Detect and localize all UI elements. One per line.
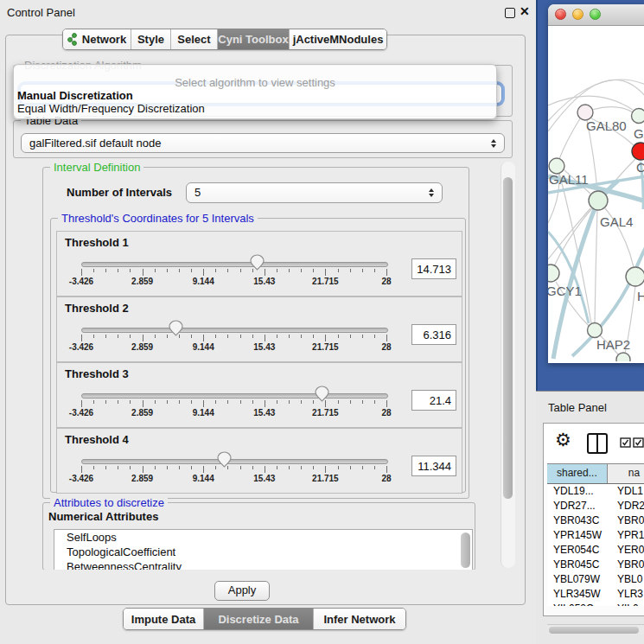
network-edge[interactable] — [592, 107, 633, 112]
threshold-value-field[interactable]: 14.713 — [411, 258, 456, 279]
network-node[interactable] — [616, 353, 630, 361]
table-panel-title: Table Panel — [548, 401, 607, 414]
cell-name[interactable]: YBR0 — [615, 513, 644, 528]
thresholds-group-title: Threshold's Coordinates for 5 Intervals — [58, 212, 258, 225]
zoom-traffic-light-icon[interactable] — [590, 9, 601, 20]
threshold-slider-track[interactable] — [81, 393, 388, 399]
table-toolbar: ⚙ — [544, 424, 644, 462]
threshold-panel: Threshold 2 -3.4262.8599.14415.4321.7152… — [56, 296, 462, 362]
cell-name[interactable]: YBL0 — [615, 572, 642, 587]
slider-tick-labels: -3.4262.8599.14415.4321.71528 — [81, 277, 386, 286]
threshold-slider-track[interactable] — [81, 459, 388, 464]
numerical-attributes-list[interactable]: SelfLoopsTopologicalCoefficientBetweenne… — [54, 529, 473, 570]
cell-shared-name[interactable]: YPR145W — [547, 528, 615, 543]
columns-icon[interactable] — [587, 433, 608, 454]
tab-cyni-toolbox[interactable]: Cyni Toolbox — [217, 29, 289, 49]
minimize-traffic-light-icon[interactable] — [572, 9, 583, 20]
table-header-row: shared... na — [547, 463, 644, 484]
threshold-slider-thumb[interactable] — [250, 254, 265, 271]
network-node-label: C — [636, 160, 644, 175]
tab-discretize-data[interactable]: Discretize Data — [203, 609, 313, 629]
table-row[interactable]: YPR145WYPR1 — [547, 528, 644, 543]
tab-select[interactable]: Select — [170, 29, 217, 49]
network-node-gcy1[interactable] — [548, 265, 559, 282]
cell-name[interactable]: YDL1 — [615, 484, 643, 499]
column-header-shared-name[interactable]: shared... — [547, 464, 608, 483]
network-canvas[interactable]: GAL80GACGAL11GAL4GCY1HHAP2 — [548, 25, 644, 361]
tab-jactivemnodules[interactable]: jActiveMNodules — [289, 29, 386, 49]
menu-item-equal-width-frequency[interactable]: Equal Width/Frequency Discretization — [17, 102, 205, 115]
network-node-c[interactable] — [632, 143, 644, 160]
tab-style[interactable]: Style — [131, 29, 170, 49]
table-row[interactable]: YIL052CYIL0 — [547, 602, 644, 606]
gear-icon[interactable]: ⚙ — [555, 430, 571, 450]
cell-name[interactable]: YDR2 — [615, 499, 644, 513]
attribute-item-betweennesscentrality[interactable]: BetweennessCentrality — [54, 559, 472, 570]
network-node-h[interactable] — [626, 267, 644, 286]
attributes-group: Attributes to discretize Numerical Attri… — [42, 502, 475, 570]
threshold-slider-track[interactable] — [81, 328, 388, 333]
threshold-value-field[interactable]: 21.4 — [411, 390, 456, 411]
number-of-intervals-combobox[interactable]: 5 — [186, 182, 443, 203]
tab-infer-network[interactable]: Infer Network — [313, 609, 405, 629]
network-edge[interactable] — [559, 118, 580, 159]
vertical-scrollbar-thumb[interactable] — [503, 177, 513, 499]
tab-label: Infer Network — [323, 613, 395, 626]
tab-network[interactable]: Network — [63, 29, 131, 49]
table-row[interactable]: YDL19...YDL1 — [547, 484, 644, 499]
network-view-window[interactable]: GAL80GACGAL11GAL4GCY1HHAP2 — [548, 4, 644, 363]
menu-item-manual-discretization[interactable]: Manual Discretization — [17, 89, 133, 102]
threshold-slider-thumb[interactable] — [169, 320, 183, 336]
apply-button[interactable]: Apply — [214, 581, 270, 601]
cell-shared-name[interactable]: YDR27... — [547, 499, 615, 513]
tab-impute-data[interactable]: Impute Data — [124, 609, 203, 629]
network-edge[interactable] — [553, 181, 618, 359]
table-row[interactable]: YDR27...YDR2 — [547, 499, 644, 513]
cell-name[interactable]: YIL0 — [615, 602, 639, 606]
horizontal-scrollbar-thumb[interactable] — [549, 627, 639, 634]
vertical-scrollbar[interactable] — [501, 162, 515, 568]
number-of-intervals-label: Number of Intervals — [67, 186, 172, 199]
select-all-columns-icon[interactable] — [620, 437, 631, 448]
threshold-slider-track[interactable] — [81, 262, 388, 267]
threshold-value-field[interactable]: 6.316 — [411, 324, 456, 345]
column-header-name[interactable]: na — [608, 464, 644, 483]
network-window-titlebar[interactable] — [548, 4, 644, 26]
network-node-hap2[interactable] — [588, 323, 603, 338]
cell-shared-name[interactable]: YIL052C — [547, 602, 615, 606]
threshold-slider-thumb[interactable] — [315, 386, 329, 402]
table-row[interactable]: YBL079WYBL0 — [547, 572, 644, 587]
table-rows: YDL19...YDL1YDR27...YDR2YBR043CYBR0YPR14… — [547, 484, 644, 606]
cell-name[interactable]: YER0 — [615, 543, 644, 558]
attribute-item-selfloops[interactable]: SelfLoops — [54, 530, 472, 545]
cell-shared-name[interactable]: YDL19... — [547, 484, 615, 499]
table-row[interactable]: YER054CYER0 — [547, 543, 644, 558]
cell-name[interactable]: YLR3 — [615, 587, 643, 602]
cell-name[interactable]: YBR0 — [615, 558, 644, 572]
threshold-panel: Threshold 1 -3.4262.8599.14415.4321.7152… — [56, 231, 462, 296]
float-window-icon[interactable] — [505, 8, 515, 18]
horizontal-scrollbar[interactable] — [547, 624, 644, 634]
cell-name[interactable]: YPR1 — [615, 528, 644, 543]
threshold-slider-thumb[interactable] — [217, 451, 232, 468]
cell-shared-name[interactable]: YBR043C — [547, 513, 615, 528]
attributes-list-scrollbar-thumb[interactable] — [461, 532, 470, 568]
cell-shared-name[interactable]: YLR345W — [547, 587, 615, 602]
close-traffic-light-icon[interactable] — [555, 9, 566, 20]
network-node-ga[interactable] — [632, 109, 644, 124]
network-edge[interactable] — [595, 210, 597, 323]
tab-label: Network — [82, 33, 126, 46]
cell-shared-name[interactable]: YBL079W — [547, 572, 615, 587]
table-data-combobox[interactable]: galFiltered.sif default node — [21, 133, 505, 153]
attribute-item-topologicalcoefficient[interactable]: TopologicalCoefficient — [54, 545, 472, 559]
close-icon[interactable]: ✕ — [520, 4, 530, 18]
cell-shared-name[interactable]: YER054C — [547, 543, 615, 558]
table-row[interactable]: YBR045CYBR0 — [547, 558, 644, 572]
table-row[interactable]: YBR043CYBR0 — [547, 513, 644, 528]
table-row[interactable]: YLR345WYLR3 — [547, 587, 644, 602]
cell-shared-name[interactable]: YBR045C — [547, 558, 615, 572]
table-data-group: Table Data galFiltered.sif default node — [13, 120, 513, 158]
deselect-all-columns-icon[interactable] — [633, 437, 644, 448]
network-node-gal4[interactable] — [589, 191, 608, 210]
threshold-value-field[interactable]: 11.344 — [411, 456, 456, 476]
